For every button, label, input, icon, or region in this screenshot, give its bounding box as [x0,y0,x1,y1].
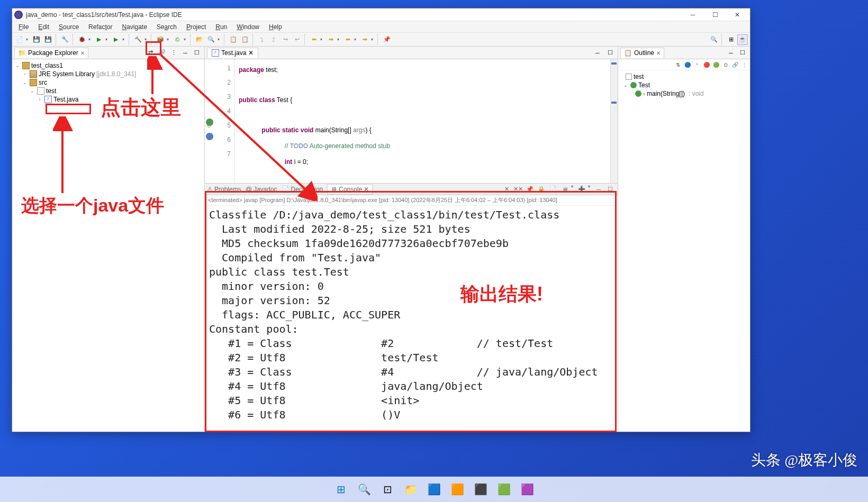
menu-help[interactable]: Help [265,22,286,32]
tab-console[interactable]: 🖥 Console ✕ [327,184,373,195]
eclipse-icon [14,11,23,19]
taskview-icon[interactable]: ⊡ [377,479,397,499]
menu-project[interactable]: Project [182,22,210,32]
save-icon[interactable]: 💾 [31,34,42,45]
focus-icon[interactable]: ⊙ [721,60,730,69]
console-new-icon[interactable]: ➕ [576,184,587,195]
arrow-icon [159,53,318,201]
saveall-icon[interactable]: 💾 [43,34,53,45]
maximize-console-icon[interactable]: ☐ [605,184,616,195]
filter-local-icon[interactable]: 🟢 [712,60,720,69]
step-icon[interactable]: ⤴ [268,34,279,45]
maximize-outline-icon[interactable]: ☐ [737,48,748,58]
toggle-icon[interactable]: 📋 [228,34,239,45]
java-perspective-icon[interactable]: ☕ [737,34,748,45]
perspective-icon[interactable]: ⊞ [726,34,736,45]
console-pin-icon[interactable]: 📌 [525,184,535,195]
explorer-icon[interactable]: 📁 [401,479,421,499]
run-icon[interactable]: ▶ [94,34,104,45]
console-lock-icon[interactable]: 🔒 [536,184,547,195]
new-icon[interactable]: 📄 [14,34,25,45]
minimize-editor-icon[interactable]: ─ [592,48,603,58]
up-icon[interactable]: ⬅ [342,34,353,45]
pin-icon[interactable]: 📌 [382,34,392,45]
menu-icon[interactable]: ⋮ [740,60,749,69]
workspace: 📁 Package Explorer ✕ ⇄ 🔗 ⋮ ─ ☐ ⌄test_cla… [12,47,750,432]
filter-static-icon[interactable]: ˢ [693,60,701,69]
close-icon[interactable]: ✕ [80,50,85,56]
overview-marker [611,62,617,65]
step3-icon[interactable]: ↩ [292,34,302,45]
console-clear-icon[interactable]: ✕ [501,184,512,195]
menu-file[interactable]: File [14,22,33,32]
filter-nonpublic-icon[interactable]: 🔴 [702,60,711,69]
arrow-icon [53,116,74,196]
close-icon[interactable]: ✕ [656,50,661,56]
start-icon[interactable]: ⊞ [331,479,351,499]
app-icon[interactable]: 🟪 [517,479,537,499]
console-remove-icon[interactable]: ✕✕ [513,184,523,195]
link-icon[interactable]: 🔗 [731,60,739,69]
editor-scrollbar[interactable] [610,59,618,183]
sort-icon[interactable]: ⇅ [674,60,682,69]
taskbar[interactable]: ⊞ 🔍 ⊡ 📁 🟦 🟧 ⬛ 🟩 🟪 [0,477,868,502]
coverage-icon[interactable]: ▶ [111,34,121,45]
overview-marker [611,102,617,104]
new-class-icon[interactable]: © [172,34,183,45]
project-icon [22,62,30,69]
outline-method[interactable]: s main(String[]): void [620,89,748,98]
new-package-icon[interactable]: 📦 [155,34,166,45]
toggle2-icon[interactable]: 📋 [240,34,250,45]
search-icon[interactable]: 🔍 [354,479,374,499]
back-icon[interactable]: ⬅ [309,34,319,45]
tool-icon[interactable]: 🔧 [60,34,70,45]
folder-icon [30,79,37,86]
open-type-icon[interactable]: 📂 [194,34,205,45]
app-icon[interactable]: 🟧 [447,479,467,499]
outline-class[interactable]: ⌄Test [620,81,748,89]
console-display-icon[interactable]: 🖥 [559,184,570,195]
menu-window[interactable]: Window [232,22,264,32]
skip-icon[interactable]: ⤵ [257,34,267,45]
eclipse-window: java_demo - test_class1/src/test/Test.ja… [12,8,751,432]
watermark: 头条 @极客小俊 [751,450,857,470]
filter-fields-icon[interactable]: 🔵 [683,60,692,69]
app-icon[interactable]: ⬛ [471,479,491,499]
app-icon[interactable]: 🟩 [494,479,514,499]
outline-tab[interactable]: 📋 Outline ✕ [620,48,664,58]
outline-package[interactable]: test [620,72,748,81]
outline-tree[interactable]: test ⌄Test s main(String[]): void [618,70,750,100]
svg-line-2 [161,55,312,196]
app-icon[interactable]: 🟦 [424,479,444,499]
library-icon [30,70,37,78]
menu-source[interactable]: Source [55,22,83,32]
console-output[interactable]: Classfile /D:/java_demo/test_class1/bin/… [205,206,618,432]
step2-icon[interactable]: ↪ [280,34,291,45]
menu-edit[interactable]: Edit [34,22,53,32]
menu-navigate[interactable]: Navigate [117,22,151,32]
minimize-outline-icon[interactable]: ─ [726,48,736,58]
maximize-editor-icon[interactable]: ☐ [605,48,616,58]
package-explorer-tab[interactable]: 📁 Package Explorer ✕ [14,48,88,58]
maximize-button[interactable]: ☐ [704,9,726,21]
debug-icon[interactable]: 🐞 [77,34,87,45]
console-open-icon[interactable]: 📄 [548,184,558,195]
external-tool-icon[interactable]: 🔨 [133,34,143,45]
outline-toolbar: ⇅ 🔵 ˢ 🔴 🟢 ⊙ 🔗 ⋮ [618,59,750,70]
menu-search[interactable]: Search [152,22,181,32]
menu-refactor[interactable]: Refactor [84,22,116,32]
minimize-button[interactable]: ─ [682,9,703,21]
window-title: java_demo - test_class1/src/test/Test.ja… [26,11,682,19]
search-icon[interactable]: 🔍 [206,34,216,45]
menu-run[interactable]: Run [211,22,231,32]
outline-icon: 📋 [624,49,632,57]
down-icon[interactable]: ➡ [359,34,370,45]
toolbar: 📄▾ 💾 💾 🔧 🐞▾ ▶▾ ▶▾ 🔨▾ 📦▾ ©▾ 📂 🔍▾ 📋 📋 ⤵ ⤴ … [12,33,750,47]
forward-icon[interactable]: ➡ [326,34,336,45]
java-file-icon [44,96,52,103]
minimize-console-icon[interactable]: ─ [593,184,604,195]
titlebar[interactable]: java_demo - test_class1/src/test/Test.ja… [12,8,750,21]
close-button[interactable]: ✕ [727,9,748,21]
quick-access-icon[interactable]: 🔍 [709,34,719,45]
outline-header: 📋 Outline ✕ ─ ☐ [618,47,750,59]
